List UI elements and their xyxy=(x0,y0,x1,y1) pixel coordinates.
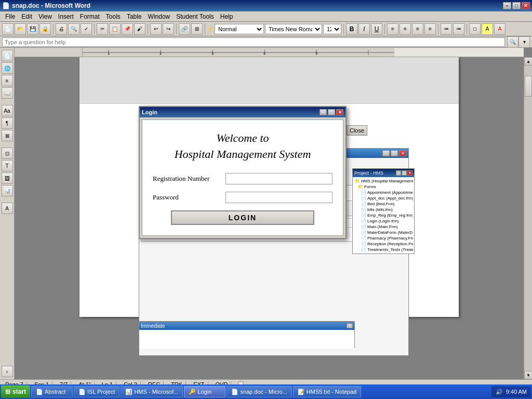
taskbar-item-isl[interactable]: 📄 ISL Project xyxy=(74,386,119,397)
menu-view[interactable]: View xyxy=(35,12,55,21)
hms-min[interactable]: − xyxy=(382,150,390,156)
dialog-max[interactable]: □ xyxy=(328,109,335,115)
normal-view[interactable]: 📄 xyxy=(2,50,13,61)
tree-item-bed[interactable]: 📄Bed (Bed.Frm) xyxy=(354,201,413,207)
reg-input[interactable] xyxy=(225,173,332,184)
insert-pic[interactable]: 🖼 xyxy=(2,172,13,184)
preview-button[interactable]: 🔍 xyxy=(68,23,79,35)
font-color[interactable]: A xyxy=(494,23,506,35)
paste-button[interactable]: 📌 xyxy=(122,23,133,35)
tree-item-reception[interactable]: 📄Reception (Reception.Frm) xyxy=(354,241,413,247)
reading-view[interactable]: 📖 xyxy=(2,87,13,99)
start-button[interactable]: ⊞ start xyxy=(1,385,30,398)
insert-table[interactable]: ⊞ xyxy=(191,23,203,35)
size-select[interactable]: 12 xyxy=(323,24,341,34)
save-button[interactable]: 💾 xyxy=(27,23,38,35)
hyperlink-button[interactable]: 🔗 xyxy=(179,23,190,35)
taskbar-item-login[interactable]: 🔑 Login xyxy=(184,386,225,397)
cut-button[interactable]: ✂ xyxy=(97,23,108,35)
tree-item-empreg[interactable]: 📄Emp_Reg (Emp_reg.frm) xyxy=(354,212,413,218)
scroll-thumb[interactable] xyxy=(525,76,532,97)
underline-button[interactable]: U xyxy=(371,23,382,35)
new-button[interactable]: 📄 xyxy=(2,23,14,35)
tree-item-forms[interactable]: 📁Forms xyxy=(354,184,413,190)
dialog-min[interactable]: − xyxy=(320,109,327,115)
select-all[interactable]: ⊠ xyxy=(2,130,13,141)
font-tool[interactable]: A xyxy=(2,203,13,214)
align-left[interactable]: ≡ xyxy=(387,23,398,35)
tree-item-appt[interactable]: 📄Appointment (Appointment xyxy=(354,190,413,195)
login-button[interactable]: LOGIN xyxy=(171,210,315,225)
proj-max[interactable]: □ xyxy=(402,170,407,176)
sep5 xyxy=(205,24,205,34)
borders[interactable]: □ xyxy=(469,23,481,35)
taskbar-item-hms[interactable]: 📊 HMS - Microsof... xyxy=(121,386,183,397)
outline-view[interactable]: ≡ xyxy=(2,75,13,86)
style-select[interactable]: Normal xyxy=(215,24,264,34)
font-select[interactable]: Times New Roman xyxy=(265,24,322,34)
tree-item-hms[interactable]: 📁HMS (Hospital Management 1 xyxy=(354,178,413,184)
justify[interactable]: ≡ xyxy=(424,23,436,35)
menu-table[interactable]: Table xyxy=(124,12,145,21)
menu-file[interactable]: File xyxy=(2,12,18,21)
tree-item-bills[interactable]: 📄bills (bills.frm) xyxy=(354,207,413,212)
help-input[interactable] xyxy=(2,37,505,47)
print-button[interactable]: 🖨 xyxy=(56,23,67,35)
styles-pane[interactable]: Aa xyxy=(2,105,13,116)
menu-format[interactable]: Format xyxy=(77,12,103,21)
scroll-track[interactable] xyxy=(524,65,532,371)
dialog-close[interactable]: ✕ xyxy=(336,109,343,115)
tree-item-pharmacy[interactable]: 📄Pharmacy (Pharmacy.Frm) xyxy=(354,235,413,241)
redo-button[interactable]: ↪ xyxy=(163,23,174,35)
numbering[interactable]: ≔ xyxy=(453,23,464,35)
menu-edit[interactable]: Edit xyxy=(18,12,35,21)
taskbar-item-snap[interactable]: 📄 snap.doc - Micro... xyxy=(227,386,291,397)
spell-button[interactable]: ✓ xyxy=(81,23,92,35)
align-center[interactable]: ≡ xyxy=(400,23,411,35)
imm-close[interactable]: ✕ xyxy=(347,323,353,328)
tree-item-appt-doc[interactable]: 📄Appt_doc (Appt_doc.frm) xyxy=(354,195,413,201)
text-box[interactable]: T xyxy=(2,160,13,171)
permission-button[interactable]: 🔒 xyxy=(39,23,51,35)
menu-help[interactable]: Help xyxy=(217,12,236,21)
menu-student-tools[interactable]: Student Tools xyxy=(173,12,217,21)
scroll-up[interactable]: ▲ xyxy=(524,57,532,65)
tree-item-treatments[interactable]: 📄Treatments_Tests (Treatm xyxy=(354,247,413,252)
bold-button[interactable]: B xyxy=(346,23,357,35)
hms-close[interactable]: ✕ xyxy=(399,150,406,156)
italic-button[interactable]: I xyxy=(358,23,370,35)
pwd-input[interactable] xyxy=(225,192,332,203)
align-right[interactable]: ≡ xyxy=(412,23,423,35)
help-search[interactable]: 🔍 xyxy=(507,36,518,48)
proj-min[interactable]: − xyxy=(396,170,401,176)
menu-insert[interactable]: Insert xyxy=(55,12,77,21)
maximize-button[interactable]: □ xyxy=(512,2,521,9)
taskbar-item-hms5[interactable]: 📝 HMS5.txt - Notepad xyxy=(293,386,362,397)
insert-frame[interactable]: ⊡ xyxy=(2,148,13,159)
help-expand[interactable]: ▾ xyxy=(518,36,530,48)
undo-button[interactable]: ↩ xyxy=(150,23,162,35)
highlight[interactable]: A xyxy=(482,23,493,35)
insert-chart[interactable]: 📊 xyxy=(2,185,13,196)
menu-tools[interactable]: Tools xyxy=(103,12,124,21)
expand-left[interactable]: › xyxy=(2,366,13,377)
bullets[interactable]: ≔ xyxy=(441,23,452,35)
scroll-down[interactable]: ▼ xyxy=(524,371,532,379)
hms-max[interactable]: □ xyxy=(391,150,398,156)
minimize-button[interactable]: − xyxy=(503,2,511,9)
proj-close[interactable]: ✕ xyxy=(407,170,413,176)
close-outside-button[interactable]: Close xyxy=(347,125,367,136)
formatting[interactable]: ¶ xyxy=(2,117,13,129)
scrollbar-right[interactable]: ▲ ▼ xyxy=(524,57,532,379)
tree-item-modules[interactable]: 📁Modules xyxy=(354,252,413,254)
format-painter[interactable]: 🖌 xyxy=(134,23,145,35)
tree-item-login[interactable]: 📄Login (Login.frm) xyxy=(354,218,413,224)
taskbar-item-abstract[interactable]: 📄 Abstract xyxy=(31,386,73,397)
web-view[interactable]: 🌐 xyxy=(2,62,13,74)
close-button[interactable]: ✕ xyxy=(522,2,530,9)
tree-item-mater[interactable]: 📄MaterDataForm (MaterDat xyxy=(354,230,413,235)
tree-item-main[interactable]: 📄Main (Main.Frm) xyxy=(354,224,413,230)
copy-button[interactable]: 📋 xyxy=(109,23,121,35)
open-button[interactable]: 📂 xyxy=(15,23,26,35)
menu-window[interactable]: Window xyxy=(145,12,174,21)
